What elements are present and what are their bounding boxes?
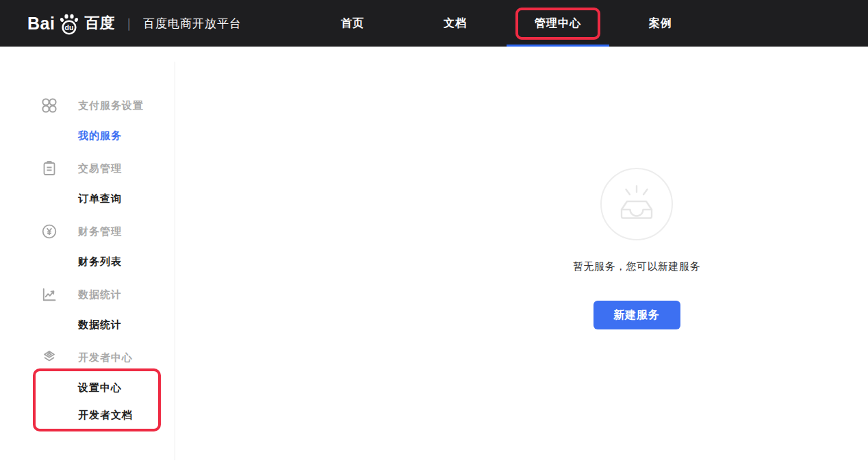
sidebar-group-payment-settings: 支付服务设置 我的服务 [0,95,175,146]
sidebar-group-label: 财务管理 [78,225,122,238]
main-nav: 首页 文档 管理中心 案例 [301,0,712,47]
chart-trend-icon [41,286,58,303]
logo-divider: ｜ [123,15,135,32]
logo-text-bai: Bai [27,14,55,34]
nav-item-home[interactable]: 首页 [301,0,404,47]
sidebar-group-label: 交易管理 [78,162,122,175]
sidebar-group-header: 开发者中心 [0,347,175,368]
inbox-tray-icon [611,182,663,226]
sidebar-group-transaction-management: 交易管理 订单查询 [0,158,175,209]
sidebar-group-header: 交易管理 [0,158,175,179]
layers-icon [41,349,58,366]
sidebar-group-header: 财务管理 [0,221,175,242]
sidebar-item-label: 设置中心 [78,381,122,394]
top-navbar: Bai du 百度 ｜ 百度电商开放平台 首页 文档 [0,0,868,47]
sidebar-group-developer-center: 开发者中心 设置中心 开发者文档 [0,347,175,425]
clipboard-icon [41,160,58,177]
sidebar-group-data-statistics: 数据统计 数据统计 [0,284,175,335]
main-content: 暂无服务，您可以新建服务 新建服务 [175,47,868,476]
sidebar: 支付服务设置 我的服务 交易管理 订单查询 [0,47,175,476]
nav-item-label: 文档 [444,16,467,31]
baidu-paw-icon: du [55,10,83,37]
sidebar-group-label: 数据统计 [78,288,122,301]
sidebar-item-finance-list[interactable]: 财务列表 [0,251,175,272]
sidebar-item-data-statistics[interactable]: 数据统计 [0,314,175,335]
sidebar-item-label: 数据统计 [78,318,122,331]
sidebar-group-label: 支付服务设置 [78,99,144,112]
sidebar-item-order-query[interactable]: 订单查询 [0,188,175,209]
nav-item-docs[interactable]: 文档 [404,0,507,47]
create-service-button[interactable]: 新建服务 [593,301,680,329]
yen-circle-icon [41,223,58,240]
logo-text-du: du [65,23,74,32]
annotation-box-nav: 管理中心 [515,8,600,40]
sidebar-group-header: 支付服务设置 [0,95,175,116]
sidebar-group-header: 数据统计 [0,284,175,305]
nav-item-label: 案例 [649,16,672,31]
sidebar-item-label: 开发者文档 [78,409,133,422]
empty-state-circle [600,168,673,240]
logo-text-baidu-cn: 百度 [84,13,114,34]
nav-item-management-center[interactable]: 管理中心 [507,0,609,47]
empty-state: 暂无服务，您可以新建服务 新建服务 [573,168,700,329]
sidebar-group-finance-management: 财务管理 财务列表 [0,221,175,272]
sidebar-item-developer-docs[interactable]: 开发者文档 [0,405,175,425]
clover-grid-icon [41,97,58,114]
baidu-logo[interactable]: Bai du 百度 ｜ 百度电商开放平台 [27,0,242,47]
sidebar-item-label: 财务列表 [78,255,122,268]
sidebar-group-label: 开发者中心 [78,351,133,364]
sidebar-item-my-services[interactable]: 我的服务 [0,125,175,146]
sidebar-item-label: 我的服务 [78,129,122,142]
logo-product-name: 百度电商开放平台 [143,16,242,32]
nav-item-label: 管理中心 [535,17,581,29]
nav-item-cases[interactable]: 案例 [609,0,712,47]
empty-state-message: 暂无服务，您可以新建服务 [573,260,700,273]
sidebar-item-settings-center[interactable]: 设置中心 [0,377,175,398]
nav-item-label: 首页 [341,16,364,31]
sidebar-item-label: 订单查询 [78,192,122,205]
